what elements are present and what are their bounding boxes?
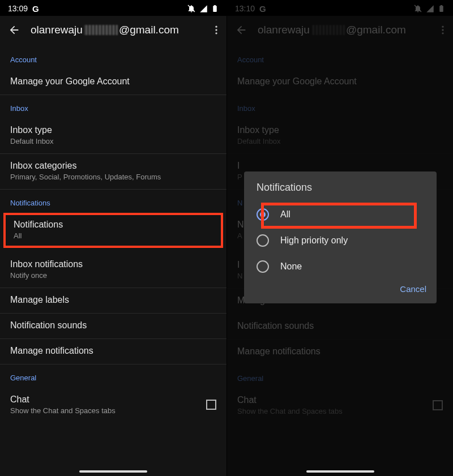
- highlighted-notifications-item[interactable]: Notifications All: [3, 213, 223, 248]
- email-suffix: @gmail.com: [119, 24, 179, 36]
- radio-icon-selected: [257, 208, 269, 221]
- radio-icon: [257, 260, 269, 273]
- screenshot-left: 13:09 G x olanrewaju @gmail.com Account …: [0, 0, 226, 476]
- svg-text:x: x: [200, 5, 203, 8]
- item-label: Manage notifications: [10, 346, 216, 356]
- chat-checkbox[interactable]: [206, 400, 216, 410]
- svg-point-6: [215, 32, 217, 34]
- item-sub: Default Inbox: [10, 137, 216, 145]
- inbox-notifications-item[interactable]: Inbox notifications Notify once: [0, 248, 226, 288]
- page-title: olanrewaju @gmail.com: [31, 24, 200, 36]
- inbox-type-item[interactable]: Inbox type Default Inbox: [0, 118, 226, 154]
- manage-notifications-item[interactable]: Manage notifications: [0, 339, 226, 364]
- item-label: Manage your Google Account: [10, 76, 216, 87]
- svg-point-5: [215, 29, 217, 31]
- item-sub: Primary, Social, Promotions, Updates, Fo…: [10, 173, 216, 181]
- section-inbox: Inbox: [0, 95, 226, 118]
- item-label: Inbox type: [10, 125, 216, 135]
- dnd-icon: [187, 4, 196, 13]
- email-prefix: olanrewaju: [31, 24, 83, 36]
- cancel-button[interactable]: Cancel: [400, 284, 426, 294]
- notifications-dialog: Notifications All High priority only Non…: [244, 171, 437, 303]
- notification-sounds-item[interactable]: Notification sounds: [0, 314, 226, 339]
- radio-label: All: [280, 209, 290, 220]
- item-sub: All: [14, 231, 213, 240]
- google-icon: G: [32, 4, 39, 14]
- status-time: 13:09: [8, 4, 28, 13]
- back-icon[interactable]: [8, 24, 20, 36]
- radio-option-all[interactable]: All: [244, 201, 437, 228]
- item-label: Manage labels: [10, 295, 216, 305]
- item-label: Notifications: [14, 220, 213, 230]
- dialog-title: Notifications: [244, 171, 437, 201]
- item-sub: Show the Chat and Spaces tabs: [10, 406, 116, 415]
- svg-point-4: [215, 26, 217, 28]
- svg-rect-3: [214, 5, 216, 6]
- manage-account-item[interactable]: Manage your Google Account: [0, 70, 226, 95]
- signal-icon: x: [199, 5, 208, 13]
- item-label: Chat: [10, 394, 116, 405]
- section-notifications: Notifications: [0, 190, 226, 213]
- chat-item[interactable]: Chat Show the Chat and Spaces tabs: [0, 388, 226, 423]
- email-redacted: [84, 25, 118, 35]
- radio-icon: [257, 234, 269, 247]
- item-sub: Notify once: [10, 271, 216, 280]
- nav-pill[interactable]: [79, 470, 147, 473]
- screenshot-right: 13:10 G olanrewaju @gmail.com Account: [226, 0, 453, 476]
- overflow-menu-icon[interactable]: [211, 24, 222, 36]
- manage-labels-item[interactable]: Manage labels: [0, 288, 226, 314]
- section-general: General: [0, 364, 226, 388]
- nav-pill[interactable]: [306, 470, 374, 473]
- item-label: Inbox notifications: [10, 259, 216, 269]
- status-bar: 13:09 G x: [0, 0, 226, 16]
- item-label: Notification sounds: [10, 320, 216, 331]
- title-bar: olanrewaju @gmail.com: [0, 16, 226, 46]
- item-label: Inbox categories: [10, 161, 216, 171]
- battery-icon: [211, 4, 219, 13]
- svg-rect-2: [213, 6, 217, 12]
- radio-label: None: [280, 261, 302, 272]
- radio-label: High priority only: [280, 235, 348, 246]
- inbox-categories-item[interactable]: Inbox categories Primary, Social, Promot…: [0, 154, 226, 190]
- radio-option-high[interactable]: High priority only: [244, 228, 437, 254]
- radio-option-none[interactable]: None: [244, 254, 437, 280]
- status-icons: x: [187, 4, 219, 13]
- section-account: Account: [0, 46, 226, 70]
